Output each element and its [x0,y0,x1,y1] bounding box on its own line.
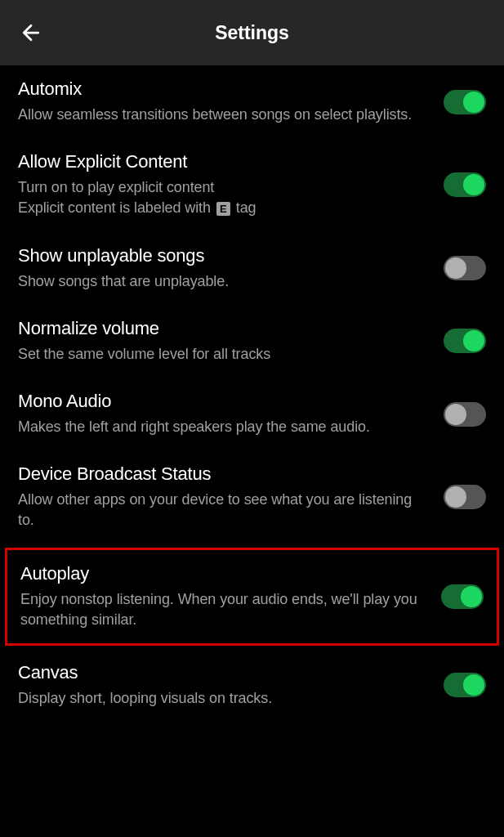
toggle-unplayable-songs[interactable] [444,256,486,280]
setting-text: Canvas Display short, looping visuals on… [18,662,429,709]
page-title: Settings [215,22,289,44]
settings-list: Automix Allow seamless transitions betwe… [0,65,504,722]
setting-text: Automix Allow seamless transitions betwe… [18,78,429,125]
explicit-tag-icon: E [216,202,230,216]
toggle-automix[interactable] [444,90,486,114]
desc-line2-pre: Explicit content is labeled with [18,199,215,216]
setting-title: Show unplayable songs [18,245,429,266]
setting-desc: Display short, looping visuals on tracks… [18,688,429,709]
setting-text: Autoplay Enjoy nonstop listening. When y… [20,563,426,630]
setting-unplayable-songs: Show unplayable songs Show songs that ar… [0,232,504,305]
setting-text: Normalize volume Set the same volume lev… [18,318,429,365]
setting-desc: Enjoy nonstop listening. When your audio… [20,589,426,630]
setting-title: Automix [18,78,429,100]
setting-autoplay: Autoplay Enjoy nonstop listening. When y… [7,550,497,643]
desc-line2-suffix: tag [232,199,256,216]
setting-desc: Makes the left and right speakers play t… [18,417,429,437]
desc-line1: Turn on to play explicit content [18,179,214,195]
setting-normalize-volume: Normalize volume Set the same volume lev… [0,305,504,378]
toggle-autoplay[interactable] [441,584,484,609]
setting-title: Autoplay [20,563,426,584]
toggle-explicit-content[interactable] [444,172,486,197]
setting-device-broadcast: Device Broadcast Status Allow other apps… [0,450,504,544]
highlight-autoplay: Autoplay Enjoy nonstop listening. When y… [5,548,499,646]
setting-desc: Turn on to play explicit content Explici… [18,177,429,218]
setting-desc: Set the same volume level for all tracks [18,344,429,365]
setting-mono-audio: Mono Audio Makes the left and right spea… [0,378,504,450]
toggle-device-broadcast[interactable] [444,485,486,509]
setting-explicit-content: Allow Explicit Content Turn on to play e… [0,138,504,231]
setting-automix: Automix Allow seamless transitions betwe… [0,65,504,138]
setting-text: Allow Explicit Content Turn on to play e… [18,151,429,218]
setting-text: Mono Audio Makes the left and right spea… [18,391,429,437]
setting-title: Canvas [18,662,429,683]
setting-desc: Allow seamless transitions between songs… [18,105,429,125]
setting-text: Device Broadcast Status Allow other apps… [18,463,429,530]
setting-desc: Allow other apps on your device to see w… [18,490,429,530]
toggle-knob [445,404,466,425]
toggle-knob [463,92,484,113]
toggle-normalize-volume[interactable] [444,329,486,353]
setting-title: Mono Audio [18,391,429,412]
setting-title: Allow Explicit Content [18,151,429,172]
toggle-knob [463,330,484,351]
setting-desc: Show songs that are unplayable. [18,271,429,292]
toggle-knob [463,674,484,696]
toggle-knob [445,486,466,508]
toggle-knob [461,586,482,607]
toggle-canvas[interactable] [444,673,486,697]
setting-title: Normalize volume [18,318,429,339]
header-bar: Settings [0,0,504,65]
arrow-left-icon [19,20,43,45]
setting-title: Device Broadcast Status [18,463,429,485]
setting-canvas: Canvas Display short, looping visuals on… [0,649,504,722]
back-button[interactable] [15,16,47,49]
setting-text: Show unplayable songs Show songs that ar… [18,245,429,292]
toggle-mono-audio[interactable] [444,402,486,427]
toggle-knob [445,257,466,279]
toggle-knob [463,174,484,195]
